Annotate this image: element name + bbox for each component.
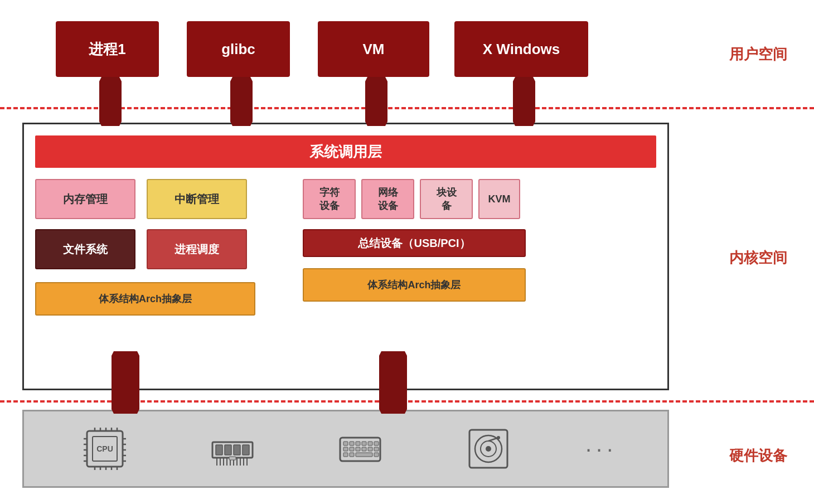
svg-rect-52 [343, 447, 348, 451]
svg-rect-32 [234, 445, 240, 455]
svg-rect-54 [356, 447, 360, 451]
kernel-right: 字符设备 网络设备 块设备 KVM 总结设备（USB/PCI） 体系结构Arch… [303, 179, 656, 377]
svg-rect-59 [350, 453, 354, 457]
blk-dev-box: 块设备 [420, 179, 473, 219]
svg-rect-60 [356, 453, 372, 457]
ram-icon [202, 418, 263, 479]
proc1-box: 进程1 [56, 21, 159, 77]
svg-rect-33 [243, 445, 249, 455]
arrow-glibc [230, 77, 253, 126]
kvm-box: KVM [478, 179, 520, 219]
svg-point-65 [486, 446, 491, 452]
kernel-left: 内存管理 中断管理 文件系统 进程调度 体系结构Arch抽象层 [35, 179, 275, 377]
xwindows-box: X Windows [454, 21, 588, 77]
svg-rect-31 [225, 445, 231, 455]
arrow-kernel-hw-left [112, 351, 139, 414]
svg-point-67 [497, 436, 500, 439]
svg-rect-46 [343, 442, 348, 445]
svg-rect-50 [368, 442, 372, 445]
svg-text:CPU: CPU [96, 444, 113, 453]
hardware-box: CPU [22, 410, 669, 488]
svg-rect-48 [356, 442, 360, 445]
vm-box: VM [318, 21, 429, 77]
svg-rect-30 [216, 445, 222, 455]
svg-rect-61 [374, 453, 379, 457]
zone-hardware-label: 硬件设备 [729, 446, 787, 466]
bus-dev-box: 总结设备（USB/PCI） [303, 229, 526, 257]
char-dev-box: 字符设备 [303, 179, 356, 219]
svg-rect-49 [362, 442, 366, 445]
arrow-vm [365, 77, 387, 126]
kernel-box: 系统调用层 内存管理 中断管理 文件系统 进程调度 体系结构Arch抽象层 字符… [22, 123, 669, 390]
proc-sched-box: 进程调度 [147, 229, 247, 269]
hdd-icon [458, 418, 519, 479]
arrow-kernel-hw-right [379, 351, 407, 414]
svg-rect-58 [343, 453, 348, 457]
syscall-bar: 系统调用层 [35, 135, 656, 168]
main-container: 用户空间 内核空间 硬件设备 进程1 glibc VM X Windows [0, 0, 814, 504]
dots: ··· [585, 437, 617, 462]
svg-rect-55 [362, 447, 366, 451]
glibc-box: glibc [187, 21, 290, 77]
arrow-xwindows [513, 77, 535, 126]
dashed-line-top [0, 107, 814, 109]
arch-right-box: 体系结构Arch抽象层 [303, 268, 526, 302]
int-mgmt-box: 中断管理 [147, 179, 247, 219]
keyboard-icon [330, 418, 391, 479]
svg-rect-47 [350, 442, 354, 445]
svg-rect-57 [374, 447, 379, 451]
svg-rect-53 [350, 447, 354, 451]
arch-left-box: 体系结构Arch抽象层 [35, 282, 255, 316]
kernel-inner: 内存管理 中断管理 文件系统 进程调度 体系结构Arch抽象层 字符设备 网络设… [35, 179, 656, 377]
svg-rect-44 [229, 457, 236, 460]
zone-kernel-label: 内核空间 [729, 248, 787, 268]
svg-rect-56 [368, 447, 372, 451]
mem-mgmt-box: 内存管理 [35, 179, 135, 219]
net-dev-box: 网络设备 [361, 179, 414, 219]
svg-rect-51 [374, 442, 379, 445]
cpu-icon: CPU [74, 418, 135, 479]
fs-box: 文件系统 [35, 229, 135, 269]
arrow-proc1 [99, 77, 122, 126]
zone-user-label: 用户空间 [729, 45, 787, 64]
